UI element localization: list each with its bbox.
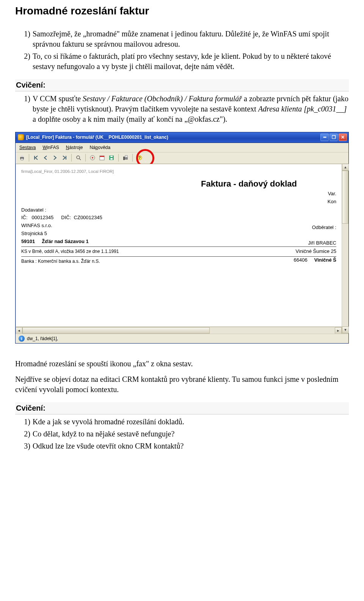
maximize-button[interactable]: ❐: [329, 133, 338, 141]
recipient-block: Odběratel : Jiří BRABEC Viničné Šumice 2…: [260, 223, 336, 265]
scroll-down-icon[interactable]: ▼: [342, 326, 349, 333]
horizontal-scrollbar[interactable]: ◄ ►: [16, 327, 342, 334]
recipient-street: Viničné Šumice 25: [260, 247, 336, 256]
svg-rect-11: [123, 157, 125, 160]
statusbar: i dw_1, řádek[1],: [16, 334, 348, 343]
supplier-label: Dodavatel :: [21, 206, 336, 214]
invoice-title: Faktura - daňový doklad: [162, 178, 336, 190]
menu-winfas[interactable]: WinFAS: [42, 144, 59, 151]
titlebar: [Local_Firor] Faktura - formulář (UK__PO…: [16, 132, 348, 143]
doc-right-labels: Var. Kon: [328, 190, 336, 206]
svg-rect-1: [21, 155, 23, 157]
list-item: 3)Odkud lze lze všude otevřít okno CRM k…: [33, 441, 349, 451]
window-title: [Local_Firor] Faktura - formulář (UK__PO…: [26, 134, 320, 140]
svg-rect-2: [21, 158, 23, 160]
fax-icon[interactable]: [121, 154, 130, 162]
cviceni-heading: Cvičení:: [15, 402, 349, 414]
zoom-icon[interactable]: [74, 154, 83, 162]
app-icon: [18, 134, 24, 140]
svg-rect-12: [125, 157, 128, 160]
menu-napoveda[interactable]: Nápověda: [89, 144, 110, 151]
scroll-up-icon[interactable]: ▲: [342, 164, 349, 171]
first-page-icon[interactable]: [32, 154, 40, 162]
scroll-left-icon[interactable]: ◄: [16, 327, 22, 334]
close-button[interactable]: ✕: [339, 133, 347, 141]
last-page-icon[interactable]: [60, 154, 69, 162]
svg-point-5: [92, 157, 93, 158]
svg-point-3: [77, 156, 80, 159]
recipient-label: Odběratel :: [260, 223, 336, 232]
menubar: Sestava WinFAS Nástroje Nápověda: [16, 143, 348, 152]
ruler-icon[interactable]: [88, 154, 97, 162]
content-area: firma[Local_Firor, 01.2006-12.2007, Loca…: [16, 164, 348, 334]
invoice-document: firma[Local_Firor, 01.2006-12.2007, Loca…: [16, 164, 342, 327]
cviceni2-list: 1)Kde a jak se vyvolá hromadné rozesílán…: [15, 417, 349, 451]
app-window: [Local_Firor] Faktura - formulář (UK__PO…: [15, 132, 349, 344]
intro-list: 1)Samozřejmě, že „hromadné" může znamena…: [15, 29, 349, 72]
prev-page-icon[interactable]: [41, 154, 50, 162]
dic-row: DIČ: CZ00012345: [61, 214, 102, 222]
svg-rect-9: [110, 158, 113, 160]
svg-rect-10: [110, 156, 113, 157]
doc-meta: firma[Local_Firor, 01.2006-12.2007, Loca…: [21, 169, 336, 174]
status-text: dw_1, řádek[1],: [27, 336, 58, 342]
help-icon[interactable]: ?: [135, 154, 144, 162]
calendar-icon[interactable]: [98, 154, 106, 162]
scroll-right-icon[interactable]: ►: [335, 327, 342, 334]
next-page-icon[interactable]: [51, 154, 59, 162]
cviceni-heading: Cvičení:: [15, 79, 349, 91]
toolbar: ?: [16, 152, 348, 164]
paragraph: Nejdříve se objeví dotaz na editaci CRM …: [15, 374, 349, 395]
recipient-name: Jiří BRABEC: [260, 239, 336, 248]
vertical-scrollbar[interactable]: ▲ ▼: [342, 164, 348, 334]
recipient-city: 66406 Viničné Š: [260, 256, 336, 265]
list-item: 1)Kde a jak se vyvolá hromadné rozesílán…: [33, 417, 349, 427]
save-icon[interactable]: [107, 154, 116, 162]
info-icon: i: [19, 336, 25, 342]
page-title: Hromadné rozeslání faktur: [15, 4, 349, 18]
paragraph: Hromadné rozeslání se spouští ikonou „fa…: [15, 359, 349, 369]
svg-rect-13: [125, 155, 127, 157]
list-item: 1) V CCM spusťte Sestavy / Fakturace (Ob…: [33, 94, 349, 124]
svg-text:?: ?: [138, 156, 141, 160]
list-item: 1)Samozřejmě, že „hromadné" může znamena…: [33, 29, 349, 49]
print-icon[interactable]: [18, 154, 26, 162]
ic-row: IČ: 00012345: [21, 214, 53, 222]
cviceni1-list: 1) V CCM spusťte Sestavy / Fakturace (Ob…: [15, 94, 349, 124]
menu-sestava[interactable]: Sestava: [19, 144, 36, 151]
menu-nastroje[interactable]: Nástroje: [66, 144, 83, 151]
list-item: 2)To, co si říkáme o fakturách, platí pr…: [33, 51, 349, 72]
minimize-button[interactable]: ━: [320, 133, 329, 141]
svg-rect-7: [100, 156, 104, 157]
list-item: 2)Co dělat, když to na nějaké sestavě ne…: [33, 429, 349, 439]
